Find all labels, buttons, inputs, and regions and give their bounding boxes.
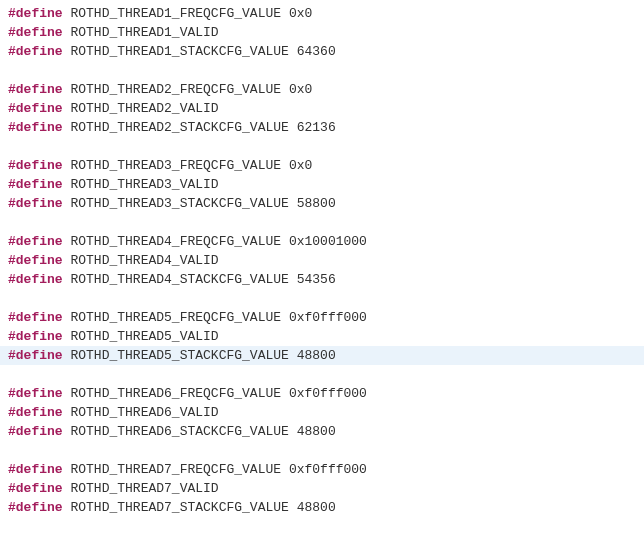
macro-name: ROTHD_THREAD2_STACKCFG_VALUE	[70, 120, 288, 135]
macro-name: ROTHD_THREAD4_STACKCFG_VALUE	[70, 272, 288, 287]
preproc-keyword: #define	[8, 82, 63, 97]
macro-name: ROTHD_THREAD4_FREQCFG_VALUE	[70, 234, 281, 249]
preproc-keyword: #define	[8, 6, 63, 21]
macro-name: ROTHD_THREAD3_STACKCFG_VALUE	[70, 196, 288, 211]
code-line: #define ROTHD_THREAD2_FREQCFG_VALUE 0x0	[8, 80, 636, 99]
preproc-keyword: #define	[8, 272, 63, 287]
preproc-keyword: #define	[8, 310, 63, 325]
code-line: #define ROTHD_THREAD1_STACKCFG_VALUE 643…	[8, 42, 636, 61]
macro-name: ROTHD_THREAD7_FREQCFG_VALUE	[70, 462, 281, 477]
macro-name: ROTHD_THREAD3_VALID	[70, 177, 218, 192]
macro-name: ROTHD_THREAD6_STACKCFG_VALUE	[70, 424, 288, 439]
macro-value: 58800	[297, 196, 336, 211]
code-line: #define ROTHD_THREAD1_FREQCFG_VALUE 0x0	[8, 4, 636, 23]
macro-value: 0x0	[289, 158, 312, 173]
code-line: #define ROTHD_THREAD3_VALID	[8, 175, 636, 194]
macro-value: 0xf0fff000	[289, 462, 367, 477]
code-line: #define ROTHD_THREAD7_VALID	[8, 479, 636, 498]
preproc-keyword: #define	[8, 386, 63, 401]
macro-value: 0x10001000	[289, 234, 367, 249]
preproc-keyword: #define	[8, 481, 63, 496]
blank-line	[8, 61, 636, 80]
macro-value: 0x0	[289, 6, 312, 21]
macro-value: 48800	[297, 500, 336, 515]
blank-line	[8, 289, 636, 308]
macro-name: ROTHD_THREAD6_VALID	[70, 405, 218, 420]
preproc-keyword: #define	[8, 329, 63, 344]
preproc-keyword: #define	[8, 424, 63, 439]
code-line: #define ROTHD_THREAD5_VALID	[8, 327, 636, 346]
macro-name: ROTHD_THREAD2_VALID	[70, 101, 218, 116]
code-line: #define ROTHD_THREAD4_STACKCFG_VALUE 543…	[8, 270, 636, 289]
code-line: #define ROTHD_THREAD1_VALID	[8, 23, 636, 42]
macro-value: 0xf0fff000	[289, 386, 367, 401]
blank-line	[8, 137, 636, 156]
macro-name: ROTHD_THREAD1_STACKCFG_VALUE	[70, 44, 288, 59]
macro-value: 62136	[297, 120, 336, 135]
preproc-keyword: #define	[8, 234, 63, 249]
macro-name: ROTHD_THREAD1_FREQCFG_VALUE	[70, 6, 281, 21]
preproc-keyword: #define	[8, 158, 63, 173]
preproc-keyword: #define	[8, 348, 63, 363]
macro-name: ROTHD_THREAD5_FREQCFG_VALUE	[70, 310, 281, 325]
code-line: #define ROTHD_THREAD6_FREQCFG_VALUE 0xf0…	[8, 384, 636, 403]
macro-value: 0x0	[289, 82, 312, 97]
code-line: #define ROTHD_THREAD3_FREQCFG_VALUE 0x0	[8, 156, 636, 175]
preproc-keyword: #define	[8, 120, 63, 135]
macro-name: ROTHD_THREAD3_FREQCFG_VALUE	[70, 158, 281, 173]
macro-name: ROTHD_THREAD2_FREQCFG_VALUE	[70, 82, 281, 97]
code-line: #define ROTHD_THREAD2_STACKCFG_VALUE 621…	[8, 118, 636, 137]
code-line: #define ROTHD_THREAD5_FREQCFG_VALUE 0xf0…	[8, 308, 636, 327]
macro-value: 48800	[297, 424, 336, 439]
preproc-keyword: #define	[8, 196, 63, 211]
macro-name: ROTHD_THREAD4_VALID	[70, 253, 218, 268]
preproc-keyword: #define	[8, 500, 63, 515]
macro-value: 54356	[297, 272, 336, 287]
code-line: #define ROTHD_THREAD5_STACKCFG_VALUE 488…	[0, 346, 644, 365]
macro-name: ROTHD_THREAD7_STACKCFG_VALUE	[70, 500, 288, 515]
code-line: #define ROTHD_THREAD7_STACKCFG_VALUE 488…	[8, 498, 636, 517]
macro-value: 64360	[297, 44, 336, 59]
code-line: #define ROTHD_THREAD2_VALID	[8, 99, 636, 118]
code-block: #define ROTHD_THREAD1_FREQCFG_VALUE 0x0#…	[8, 4, 636, 517]
preproc-keyword: #define	[8, 253, 63, 268]
macro-value: 48800	[297, 348, 336, 363]
macro-value: 0xf0fff000	[289, 310, 367, 325]
preproc-keyword: #define	[8, 462, 63, 477]
macro-name: ROTHD_THREAD5_STACKCFG_VALUE	[70, 348, 288, 363]
code-line: #define ROTHD_THREAD3_STACKCFG_VALUE 588…	[8, 194, 636, 213]
code-line: #define ROTHD_THREAD7_FREQCFG_VALUE 0xf0…	[8, 460, 636, 479]
preproc-keyword: #define	[8, 44, 63, 59]
blank-line	[8, 365, 636, 384]
macro-name: ROTHD_THREAD1_VALID	[70, 25, 218, 40]
macro-name: ROTHD_THREAD6_FREQCFG_VALUE	[70, 386, 281, 401]
preproc-keyword: #define	[8, 25, 63, 40]
preproc-keyword: #define	[8, 177, 63, 192]
preproc-keyword: #define	[8, 405, 63, 420]
code-line: #define ROTHD_THREAD4_FREQCFG_VALUE 0x10…	[8, 232, 636, 251]
macro-name: ROTHD_THREAD7_VALID	[70, 481, 218, 496]
macro-name: ROTHD_THREAD5_VALID	[70, 329, 218, 344]
preproc-keyword: #define	[8, 101, 63, 116]
blank-line	[8, 213, 636, 232]
code-line: #define ROTHD_THREAD6_VALID	[8, 403, 636, 422]
blank-line	[8, 441, 636, 460]
code-line: #define ROTHD_THREAD4_VALID	[8, 251, 636, 270]
code-line: #define ROTHD_THREAD6_STACKCFG_VALUE 488…	[8, 422, 636, 441]
